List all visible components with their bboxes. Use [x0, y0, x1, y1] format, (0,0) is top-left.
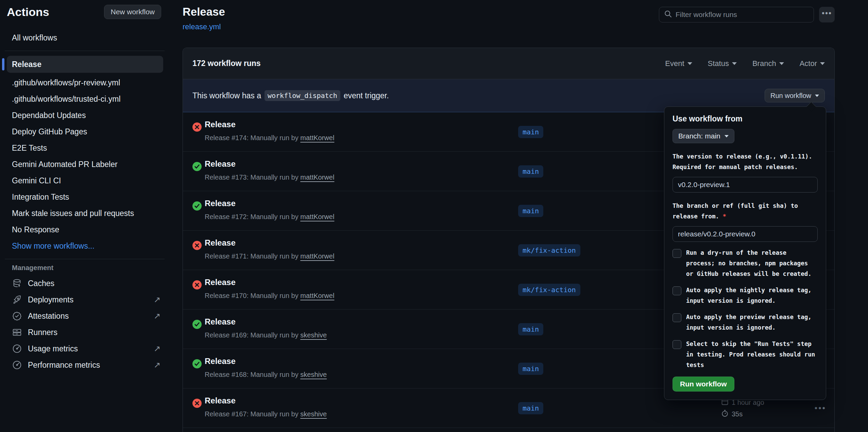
status-success-icon — [192, 201, 202, 211]
actions-sidebar: Actions New workflow All workflows Relea… — [0, 0, 170, 432]
caches-icon — [12, 278, 22, 288]
nightly-tag-checkbox[interactable] — [673, 286, 681, 295]
sidebar-item-pr-review[interactable]: .github/workflows/pr-review.yml — [7, 75, 163, 91]
sidebar-item-dependabot-updates[interactable]: Dependabot Updates — [7, 107, 163, 123]
external-link-icon: ↗ — [154, 295, 160, 304]
nightly-tag-option: Auto apply the nightly release tag, inpu… — [673, 285, 818, 306]
actor-link[interactable]: mattKorwel — [300, 173, 334, 181]
filter-runs-searchbox[interactable] — [659, 7, 814, 22]
workflow-options-kebab-button[interactable]: ••• — [819, 7, 835, 22]
branch-pill[interactable]: mk/fix-action — [518, 244, 580, 256]
run-options-kebab[interactable]: ••• — [815, 403, 826, 413]
version-help-text: The version to release (e.g., v0.1.11). … — [673, 151, 818, 172]
run-workflow-submit-button[interactable]: Run workflow — [673, 377, 734, 392]
sidebar-item-integration-tests[interactable]: Integration Tests — [7, 189, 163, 205]
sidebar-item-no-response[interactable]: No Response — [7, 222, 163, 238]
branch-pill[interactable]: main — [518, 205, 543, 217]
sidebar-item-trusted-ci[interactable]: .github/workflows/trusted-ci.yml — [7, 91, 163, 107]
sidebar-item-runners[interactable]: Runners — [7, 324, 163, 340]
nightly-tag-label[interactable]: Auto apply the nightly release tag, inpu… — [686, 285, 815, 306]
status-failure-icon — [192, 241, 202, 250]
sidebar-divider — [5, 259, 165, 259]
actor-link[interactable]: skeshive — [300, 331, 327, 339]
dry-run-label[interactable]: Run a dry-run of the release process; no… — [686, 248, 815, 279]
mgmt-item-label: Performance metrics — [28, 361, 100, 370]
chevron-down-icon — [687, 62, 692, 65]
sidebar-item-mark-stale[interactable]: Mark stale issues and pull requests — [7, 205, 163, 221]
mgmt-item-label: Usage metrics — [28, 344, 78, 353]
mgmt-item-label: Runners — [28, 328, 57, 337]
branch-filter-dropdown[interactable]: Branch — [752, 59, 784, 68]
actor-link[interactable]: mattKorwel — [300, 292, 334, 299]
event-filter-dropdown[interactable]: Event — [665, 59, 692, 68]
sidebar-item-all-workflows[interactable]: All workflows — [7, 30, 163, 46]
sidebar-title: Actions — [7, 5, 49, 19]
chevron-down-icon — [779, 62, 784, 65]
workflow-file-link[interactable]: release.yml — [183, 22, 221, 31]
required-asterisk: * — [723, 213, 727, 220]
workflow-dispatch-code: workflow_dispatch — [265, 90, 340, 101]
actor-link[interactable]: skeshive — [300, 371, 327, 378]
actor-filter-dropdown[interactable]: Actor — [800, 59, 825, 68]
version-input[interactable] — [673, 177, 818, 193]
actor-link[interactable]: mattKorwel — [300, 252, 334, 260]
status-success-icon — [192, 162, 202, 171]
sidebar-item-usage-metrics[interactable]: Usage metrics ↗ — [7, 340, 163, 357]
run-workflow-panel: Use workflow from Branch: main The versi… — [664, 106, 826, 400]
sidebar-item-attestations[interactable]: Attestations ↗ — [7, 308, 163, 324]
status-failure-icon — [192, 399, 202, 408]
page-title: Release — [183, 5, 225, 18]
run-workflow-dropdown-button[interactable]: Run workflow — [765, 89, 825, 102]
preview-tag-checkbox[interactable] — [673, 313, 681, 322]
sidebar-item-gemini-pr-labeler[interactable]: Gemini Automated PR Labeler — [7, 156, 163, 172]
new-workflow-button[interactable]: New workflow — [104, 5, 161, 19]
main-content: Release release.yml ••• 172 workflow run… — [183, 0, 835, 31]
stopwatch-icon — [721, 410, 729, 419]
rocket-icon — [12, 295, 22, 305]
meter-icon — [12, 360, 22, 370]
chevron-down-icon — [725, 135, 729, 137]
branch-pill[interactable]: main — [518, 363, 543, 375]
meter-icon — [12, 344, 22, 354]
branch-pill[interactable]: main — [518, 126, 543, 138]
branch-pill[interactable]: main — [518, 165, 543, 178]
panel-heading: Use workflow from — [673, 114, 818, 123]
skip-tests-label[interactable]: Select to skip the "Run Tests" step in t… — [686, 339, 815, 370]
branch-pill[interactable]: main — [518, 323, 543, 335]
show-more-workflows-link[interactable]: Show more workflows... — [7, 238, 163, 254]
mgmt-item-label: Caches — [28, 279, 54, 288]
sidebar-item-gemini-cli-ci[interactable]: Gemini CLI CI — [7, 173, 163, 189]
management-section-label: Management — [12, 264, 163, 272]
sidebar-item-deployments[interactable]: Deployments ↗ — [7, 292, 163, 308]
banner-text-suffix: event trigger. — [344, 91, 389, 100]
branch-selector-button[interactable]: Branch: main — [673, 129, 734, 143]
sidebar-divider — [5, 51, 165, 51]
branch-pill[interactable]: main — [518, 402, 543, 414]
sidebar-item-caches[interactable]: Caches — [7, 275, 163, 292]
run-duration: 35s — [732, 410, 743, 418]
status-success-icon — [192, 359, 202, 368]
search-icon — [664, 10, 672, 19]
actor-link[interactable]: skeshive — [300, 410, 327, 418]
status-failure-icon — [192, 122, 202, 132]
actor-link[interactable]: mattKorwel — [300, 213, 334, 220]
preview-tag-label[interactable]: Auto apply the preview release tag, inpu… — [686, 312, 815, 333]
ref-input[interactable] — [673, 226, 818, 242]
dry-run-checkbox[interactable] — [673, 249, 681, 258]
external-link-icon: ↗ — [154, 311, 160, 321]
sidebar-item-deploy-github-pages[interactable]: Deploy GitHub Pages — [7, 124, 163, 140]
actor-link[interactable]: mattKorwel — [300, 134, 334, 142]
sidebar-item-e2e-tests[interactable]: E2E Tests — [7, 140, 163, 156]
filter-workflow-runs-input[interactable] — [676, 11, 809, 19]
sidebar-item-performance-metrics[interactable]: Performance metrics ↗ — [7, 357, 163, 373]
external-link-icon: ↗ — [154, 360, 160, 370]
chevron-down-icon — [820, 62, 825, 65]
branch-pill[interactable]: mk/fix-action — [518, 284, 580, 296]
dry-run-option: Run a dry-run of the release process; no… — [673, 248, 818, 279]
selected-accent-bar — [2, 58, 4, 70]
skip-tests-checkbox[interactable] — [673, 340, 681, 349]
skip-tests-option: Select to skip the "Run Tests" step in t… — [673, 339, 818, 370]
preview-tag-option: Auto apply the preview release tag, inpu… — [673, 312, 818, 333]
status-filter-dropdown[interactable]: Status — [708, 59, 737, 68]
sidebar-item-release[interactable]: Release — [7, 56, 163, 73]
